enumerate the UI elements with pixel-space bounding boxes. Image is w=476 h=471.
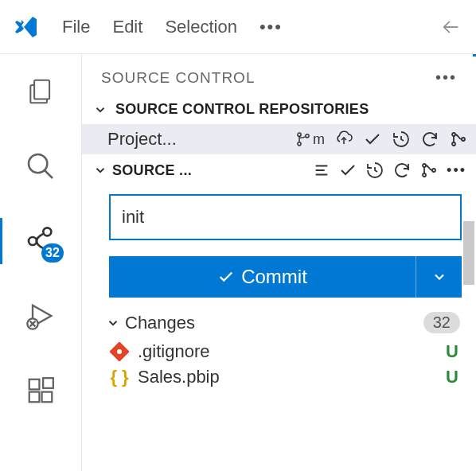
commit-button-label: Commit xyxy=(241,266,307,288)
activity-source-control[interactable]: 32 xyxy=(24,224,57,258)
svg-point-20 xyxy=(117,349,122,354)
menu-file[interactable]: File xyxy=(62,17,90,37)
file-row[interactable]: { } Sales.pbip U xyxy=(82,364,476,389)
svg-point-13 xyxy=(452,133,455,136)
repository-row[interactable]: Project... m xyxy=(82,124,476,154)
svg-rect-8 xyxy=(42,392,53,403)
pbip-file-icon: { } xyxy=(109,367,130,387)
commit-dropdown[interactable] xyxy=(416,256,462,298)
changes-header[interactable]: Changes 32 xyxy=(82,298,476,338)
changes-label: Changes xyxy=(125,313,195,333)
activity-explorer[interactable] xyxy=(24,75,57,108)
activity-bar: 32 xyxy=(0,54,81,471)
svg-point-11 xyxy=(298,142,301,146)
decoration xyxy=(473,54,476,56)
svg-point-17 xyxy=(423,173,426,177)
chevron-down-icon xyxy=(93,163,107,177)
svg-point-1 xyxy=(29,154,47,173)
menu-edit[interactable]: Edit xyxy=(112,17,142,37)
svg-point-10 xyxy=(298,133,301,136)
file-name: Sales.pbip xyxy=(138,367,438,387)
svg-point-12 xyxy=(306,134,309,138)
chevron-down-icon xyxy=(93,103,107,117)
svg-rect-7 xyxy=(29,392,40,403)
panel-more-icon[interactable]: ••• xyxy=(435,68,457,87)
activity-debug[interactable] xyxy=(24,299,57,333)
file-status-untracked: U xyxy=(446,367,458,387)
cloud-sync-icon[interactable] xyxy=(334,130,353,149)
file-status-untracked: U xyxy=(446,341,458,362)
svg-point-16 xyxy=(423,164,426,167)
check-icon[interactable] xyxy=(363,130,382,149)
file-name: .gitignore xyxy=(138,341,438,362)
source-control-title: SOURCE ... xyxy=(112,162,192,179)
titlebar: File Edit Selection ••• xyxy=(0,0,476,54)
more-icon[interactable]: ••• xyxy=(447,162,466,179)
svg-rect-6 xyxy=(29,380,40,390)
svg-rect-0 xyxy=(34,80,49,99)
svg-point-14 xyxy=(452,142,455,146)
svg-point-2 xyxy=(43,228,51,236)
repositories-section-header[interactable]: SOURCE CONTROL REPOSITORIES xyxy=(82,93,476,124)
activity-search[interactable] xyxy=(24,150,57,183)
graph-icon[interactable] xyxy=(419,161,439,180)
view-tree-icon[interactable] xyxy=(313,162,330,179)
commit-button[interactable]: Commit xyxy=(109,256,416,298)
refresh-icon[interactable] xyxy=(392,161,412,180)
panel-title: SOURCE CONTROL xyxy=(101,69,255,87)
repository-name: Project... xyxy=(107,129,177,150)
repositories-title: SOURCE CONTROL REPOSITORIES xyxy=(115,101,369,118)
menu-bar: File Edit Selection xyxy=(62,17,237,37)
svg-point-15 xyxy=(462,138,465,141)
history-icon[interactable] xyxy=(392,130,411,149)
chevron-down-icon xyxy=(106,316,120,330)
refresh-icon[interactable] xyxy=(420,130,439,149)
changes-count-badge: 32 xyxy=(423,312,460,333)
graph-icon[interactable] xyxy=(449,130,468,149)
gitignore-file-icon xyxy=(109,341,130,362)
commit-button-group: Commit xyxy=(109,256,462,298)
commit-message-input[interactable] xyxy=(109,194,462,240)
source-control-panel: SOURCE CONTROL ••• SOURCE CONTROL REPOSI… xyxy=(81,54,476,471)
source-control-section-header[interactable]: SOURCE ... ••• xyxy=(82,154,476,185)
history-icon[interactable] xyxy=(365,161,384,180)
menu-more-icon[interactable]: ••• xyxy=(259,17,283,37)
back-arrow-icon[interactable] xyxy=(439,16,462,38)
check-icon[interactable] xyxy=(338,161,357,180)
menu-selection[interactable]: Selection xyxy=(165,17,237,37)
scm-badge: 32 xyxy=(41,243,64,263)
branch-icon[interactable]: m xyxy=(295,131,325,148)
svg-point-18 xyxy=(432,169,435,172)
scrollbar-thumb[interactable] xyxy=(463,221,474,285)
svg-rect-9 xyxy=(43,378,53,388)
file-row[interactable]: .gitignore U xyxy=(82,338,476,364)
activity-extensions[interactable] xyxy=(24,374,57,407)
vscode-logo-icon xyxy=(14,14,40,40)
svg-point-3 xyxy=(29,237,37,245)
